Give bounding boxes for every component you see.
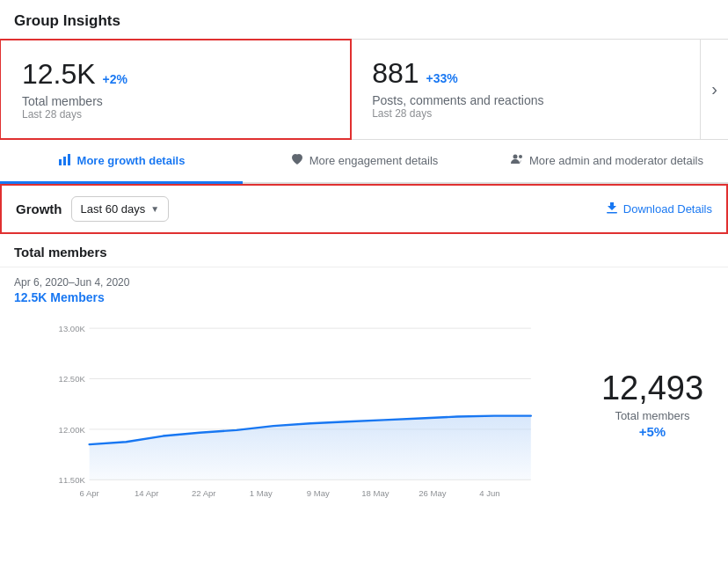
svg-point-4 (519, 155, 522, 158)
svg-text:12.00K: 12.00K (59, 425, 86, 435)
time-range-dropdown[interactable]: Last 60 days ▼ (71, 196, 170, 222)
tab-admin-label: More admin and moderator details (529, 154, 703, 167)
growth-label: Growth (16, 201, 62, 216)
total-members-label: Total members (615, 409, 689, 422)
tabs-row: More growth details More engagement deta… (0, 140, 728, 184)
bar-chart-icon (58, 152, 72, 169)
stats-next-button[interactable]: › (701, 40, 728, 139)
svg-rect-2 (68, 154, 70, 165)
members-value: 12.5K (22, 58, 96, 90)
svg-marker-14 (90, 416, 531, 480)
people-icon (510, 152, 524, 169)
engagement-label: Posts, comments and reactions (372, 93, 679, 107)
svg-rect-1 (63, 157, 66, 165)
engagement-pct: +33% (426, 71, 457, 85)
download-label: Download Details (623, 202, 712, 216)
svg-text:18 May: 18 May (361, 488, 389, 498)
svg-text:11.50K: 11.50K (59, 475, 86, 485)
engagement-stat-card[interactable]: 881 +33% Posts, comments and reactions L… (351, 40, 701, 139)
svg-text:22 Apr: 22 Apr (192, 488, 216, 498)
total-members-pct: +5% (639, 424, 666, 439)
tab-growth-label: More growth details (77, 154, 186, 167)
chart-right: 12,493 Total members +5% (591, 276, 714, 505)
tab-engagement[interactable]: More engagement details (243, 140, 485, 184)
page-title: Group Insights (0, 0, 728, 40)
total-members-value: 12,493 (601, 370, 703, 407)
chart-members-label: 12.5K Members (14, 290, 577, 304)
section-title: Total members (0, 234, 728, 267)
download-icon (606, 201, 618, 216)
stats-row: 12.5K +2% Total members Last 28 days 881… (0, 40, 728, 140)
chart-container: Apr 6, 2020–Jun 4, 2020 12.5K Members 13… (0, 267, 728, 519)
members-label: Total members (22, 94, 329, 108)
svg-text:12.50K: 12.50K (59, 374, 86, 384)
engagement-stat-value-row: 881 +33% (372, 57, 679, 90)
members-pct: +2% (103, 72, 127, 86)
svg-text:1 May: 1 May (250, 488, 273, 498)
engagement-sublabel: Last 28 days (372, 107, 679, 120)
svg-text:26 May: 26 May (419, 488, 447, 498)
chart-wrap: 13.00K 12.50K 12.00K 11.50K (14, 311, 577, 505)
tab-admin[interactable]: More admin and moderator details (485, 140, 728, 184)
members-sublabel: Last 28 days (22, 108, 329, 121)
line-chart: 13.00K 12.50K 12.00K 11.50K (14, 311, 577, 505)
svg-point-3 (513, 155, 518, 159)
svg-text:4 Jun: 4 Jun (479, 488, 499, 498)
tab-growth[interactable]: More growth details (0, 140, 243, 184)
chart-date-range: Apr 6, 2020–Jun 4, 2020 (14, 276, 577, 289)
svg-text:9 May: 9 May (307, 488, 330, 498)
dropdown-value: Last 60 days (81, 202, 146, 216)
members-stat-card[interactable]: 12.5K +2% Total members Last 28 days (0, 39, 352, 140)
heart-icon (290, 152, 304, 169)
growth-controls: Growth Last 60 days ▼ Download Details (0, 184, 728, 234)
svg-text:6 Apr: 6 Apr (80, 488, 100, 498)
svg-rect-0 (59, 159, 62, 165)
download-details-button[interactable]: Download Details (606, 201, 712, 216)
tab-engagement-label: More engagement details (309, 154, 439, 167)
chevron-down-icon: ▼ (150, 204, 159, 214)
svg-text:13.00K: 13.00K (59, 324, 86, 333)
chart-left: Apr 6, 2020–Jun 4, 2020 12.5K Members 13… (14, 276, 577, 505)
svg-text:14 Apr: 14 Apr (135, 488, 159, 498)
members-stat-value-row: 12.5K +2% (22, 58, 329, 91)
svg-rect-5 (607, 212, 617, 214)
growth-left: Growth Last 60 days ▼ (16, 196, 169, 222)
engagement-value: 881 (372, 57, 419, 89)
